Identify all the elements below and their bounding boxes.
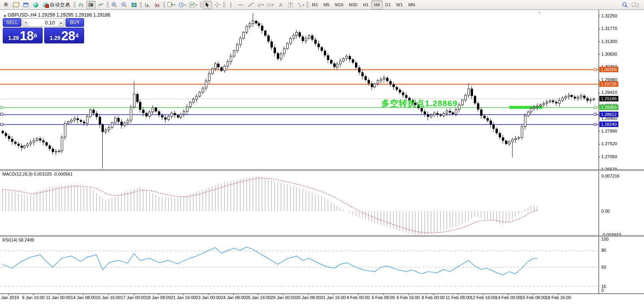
trendline-button[interactable] xyxy=(246,1,255,9)
indicators-button[interactable]: ▾ xyxy=(188,1,199,9)
vertical-line-button[interactable] xyxy=(226,1,235,9)
line-handle-right[interactable] xyxy=(594,113,597,116)
arrow-tools-dropdown[interactable]: ▾ xyxy=(303,4,304,6)
price-tick-label: 1.31770 xyxy=(601,26,617,31)
price-tag-1.29186[interactable]: 1.29186 xyxy=(599,96,618,101)
time-axis-label: 18 Jan 08:00 xyxy=(146,295,171,300)
macd-splitter[interactable] xyxy=(0,169,644,171)
buy-price-box[interactable]: 1.29284 xyxy=(44,28,84,43)
sell-price-prefix: 1.29 xyxy=(8,34,19,42)
rsi-panel-canvas[interactable] xyxy=(0,237,599,294)
periods-button[interactable]: ▾ xyxy=(177,1,188,9)
timeframe-D1[interactable]: D1 xyxy=(383,0,394,9)
time-axis-label: 11 Feb 08:00 xyxy=(445,295,471,300)
price-tag-1.28869[interactable]: 1.28869 xyxy=(599,105,618,110)
time-axis-label: 17 Jan 00:00 xyxy=(121,295,146,300)
line-handle-right[interactable] xyxy=(594,123,597,126)
price-tag-1.29726[interactable]: 1.29726 xyxy=(599,81,618,87)
channel-subscript: E xyxy=(263,4,265,6)
time-axis-label: 11 Jan 00:00 xyxy=(46,295,71,300)
macd-panel-canvas[interactable] xyxy=(0,171,599,235)
accounts-book-icon xyxy=(13,2,19,7)
price-tag-1.30269[interactable]: 1.30269 xyxy=(599,67,618,72)
timeframe-H4[interactable]: H4 xyxy=(371,0,382,9)
one-click-trade-panel: SELL ▾ 0.10 ▴ BUY 1.29186 1.29284 xyxy=(3,18,84,43)
autotrading-label: 自动交易 xyxy=(50,2,70,8)
line-handle-left[interactable] xyxy=(0,113,3,116)
timeframe-MN[interactable]: MN xyxy=(406,0,418,9)
price-tick-label: 1.29410 xyxy=(601,90,617,95)
profiles-window-icon xyxy=(23,3,28,7)
main-toolbar: 单 自动交易 xyxy=(0,0,644,10)
autotrading-icon xyxy=(43,2,48,7)
timeframe-M15[interactable]: M15 xyxy=(332,0,346,9)
horizontal-line-button[interactable] xyxy=(236,1,245,9)
price-axis-border xyxy=(599,10,599,294)
new-chart-dropdown[interactable]: ▾ xyxy=(174,4,175,6)
timeframe-H1[interactable]: H1 xyxy=(360,0,371,9)
time-axis-label: 14 Feb 00:00 xyxy=(496,295,521,300)
timeframe-M1[interactable]: M1 xyxy=(309,0,321,9)
zoom-out-button[interactable] xyxy=(120,1,129,9)
sell-button[interactable]: SELL xyxy=(3,18,21,27)
text-label-icon: T xyxy=(288,2,293,7)
rsi-splitter[interactable] xyxy=(0,235,644,237)
tile-windows-button[interactable] xyxy=(130,1,139,9)
equidistant-channel-button[interactable]: E xyxy=(256,1,266,9)
line-handle-right[interactable] xyxy=(594,68,597,71)
timeframe-M30[interactable]: M30 xyxy=(346,0,360,9)
price-axis-tick xyxy=(599,16,600,16)
time-axis-label: 4 Feb 00:00 xyxy=(347,295,370,300)
main-chart-canvas[interactable] xyxy=(0,10,599,169)
line-handle-right[interactable] xyxy=(594,106,597,109)
text-label-button[interactable]: T xyxy=(286,1,295,9)
chart-shift-button[interactable] xyxy=(153,1,162,9)
line-handle-left[interactable] xyxy=(0,123,3,126)
search-button[interactable] xyxy=(620,1,629,9)
buy-button[interactable]: BUY xyxy=(66,18,84,27)
accounts-button[interactable] xyxy=(11,1,21,9)
time-axis-label: 14 Jan 08:00 xyxy=(71,295,96,300)
periods-dropdown[interactable]: ▾ xyxy=(185,4,186,6)
volume-increase-button[interactable]: ▴ xyxy=(58,19,64,26)
candlestick-chart-button[interactable] xyxy=(86,1,96,9)
new-chart-button[interactable]: ▾ xyxy=(166,1,176,9)
chart-shift-marker-icon[interactable]: ▲ xyxy=(538,10,541,14)
timeframe-bar: M1M5M15M30H1H4D1W1MN xyxy=(309,0,418,9)
buy-price-pip: 4 xyxy=(75,29,79,42)
pivot-annotation[interactable]: 多空转折点1.28869 xyxy=(381,98,458,109)
new-order-button[interactable]: 单 xyxy=(2,1,11,9)
cursor-button[interactable] xyxy=(203,1,212,9)
fibonacci-icon xyxy=(267,4,272,6)
indicators-dropdown[interactable]: ▾ xyxy=(196,4,197,6)
toolbar-grip xyxy=(107,2,109,8)
fibonacci-button[interactable]: F xyxy=(266,1,275,9)
arrow-tools-button[interactable]: ▾ xyxy=(296,1,306,9)
crosshair-button[interactable] xyxy=(213,1,222,9)
text-button[interactable]: A xyxy=(276,1,285,9)
time-axis-border xyxy=(0,294,644,294)
volume-decrease-button[interactable]: ▾ xyxy=(23,19,29,26)
price-tag-1.28612[interactable]: 1.28612 xyxy=(599,112,618,117)
bar-chart-button[interactable] xyxy=(77,1,86,9)
price-tick-label: 1.27990 xyxy=(601,129,617,133)
price-tag-1.28240[interactable]: 1.28240 xyxy=(599,122,618,127)
line-handle-left[interactable] xyxy=(0,106,3,109)
sell-price-box[interactable]: 1.29186 xyxy=(3,28,43,43)
timeframe-W1[interactable]: W1 xyxy=(394,0,406,9)
market-watch-button[interactable] xyxy=(31,1,40,9)
volume-value[interactable]: 0.10 xyxy=(29,19,58,26)
timeframe-M5[interactable]: M5 xyxy=(321,0,332,9)
time-axis-label: 8 Feb 00:00 xyxy=(422,295,445,300)
price-axis-tick xyxy=(599,54,600,54)
autotrading-button[interactable]: 自动交易 xyxy=(41,1,72,9)
zoom-in-button[interactable] xyxy=(110,1,119,9)
sell-price-pip: 6 xyxy=(34,29,37,42)
auto-scroll-button[interactable] xyxy=(143,1,152,9)
chart-title-text: GBPUSD-,H4 1.29259 1.29295 1.29186 1.291… xyxy=(8,12,110,18)
collapse-arrow-icon[interactable]: ▲ xyxy=(3,13,8,17)
price-tick-label: 1.31300 xyxy=(601,39,617,44)
line-chart-button[interactable] xyxy=(96,1,105,9)
profiles-button[interactable] xyxy=(21,1,30,9)
chat-button[interactable] xyxy=(630,1,640,9)
